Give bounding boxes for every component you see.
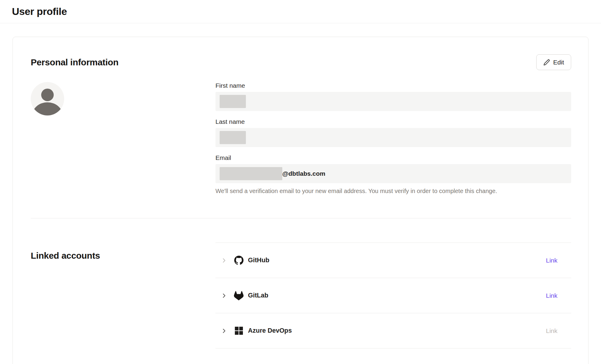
linked-account-row-github: GitHub Link [215,243,571,278]
last-name-group: Last name [215,118,571,147]
email-helper-text: We'll send a verification email to your … [215,187,571,195]
linked-accounts-heading: Linked accounts [31,251,215,261]
chevron-right-icon[interactable] [221,292,228,299]
gitlab-icon [234,291,244,300]
edit-button[interactable]: Edit [536,54,571,70]
redacted-value [220,131,246,144]
github-icon [234,256,244,265]
chevron-right-icon[interactable] [221,257,228,264]
linked-accounts-section: Linked accounts GitHub [31,243,571,348]
avatar-placeholder [31,82,64,115]
last-name-label: Last name [215,118,571,125]
linked-account-row-gitlab: GitLab Link [215,278,571,313]
section-divider [31,218,571,218]
link-account-action[interactable]: Link [546,292,557,299]
redacted-value [220,95,246,108]
first-name-label: First name [215,82,571,89]
last-name-field[interactable] [215,128,571,147]
link-account-action-disabled: Link [546,327,557,334]
email-domain-text: @dbtlabs.com [282,170,325,177]
first-name-group: First name [215,82,571,111]
email-field[interactable]: @dbtlabs.com [215,164,571,183]
azure-devops-icon [234,327,244,335]
redacted-value [220,167,282,180]
chevron-right-icon[interactable] [221,327,228,334]
personal-info-body: First name Last name Email @dbtlabs. [31,82,571,195]
personal-info-header: Personal information Edit [31,54,571,70]
linked-accounts-heading-column: Linked accounts [31,243,215,261]
personal-info-heading: Personal information [31,57,118,67]
avatar-column [31,82,215,115]
profile-card: Personal information Edit [13,37,588,364]
account-name: Azure DevOps [248,327,292,334]
linked-account-row-azure-devops: Azure DevOps Link [215,313,571,348]
link-account-action[interactable]: Link [546,257,557,264]
email-group: Email @dbtlabs.com We'll send a verifica… [215,154,571,195]
account-name: GitHub [248,257,269,264]
personal-info-form: First name Last name Email @dbtlabs. [215,82,571,195]
main-content: Personal information Edit [0,23,601,364]
edit-button-label: Edit [553,59,564,66]
page-header: User profile [0,0,601,23]
page-title: User profile [12,6,67,17]
account-name: GitLab [248,292,268,299]
pencil-icon [543,59,550,66]
linked-accounts-list: GitHub Link GitLab [215,243,571,348]
first-name-field[interactable] [215,92,571,111]
email-label: Email [215,154,571,161]
